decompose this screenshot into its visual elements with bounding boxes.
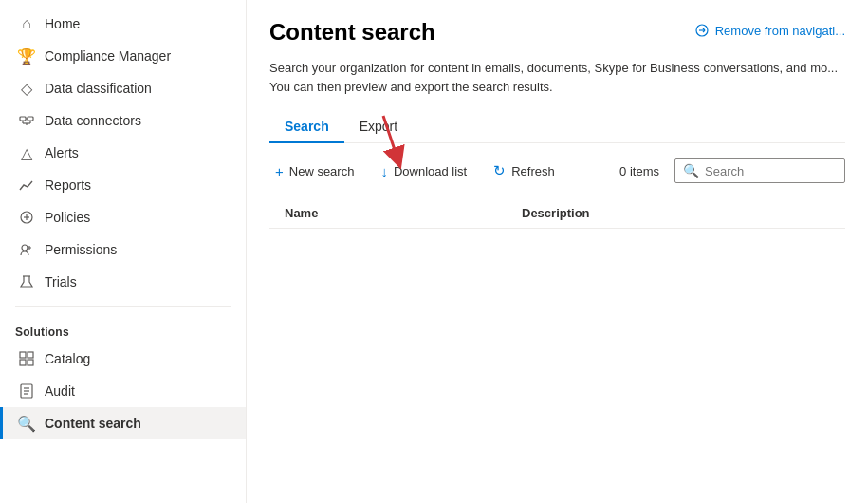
reports-icon — [18, 177, 35, 194]
page-title: Content search — [269, 19, 435, 46]
sidebar: ⌂ Home 🏆 Compliance Manager ◇ Data class… — [0, 0, 247, 503]
sidebar-item-label: Permissions — [45, 242, 117, 257]
refresh-icon: ↻ — [493, 162, 506, 179]
sidebar-item-label: Catalog — [45, 351, 90, 366]
sidebar-item-label: Data connectors — [45, 113, 141, 128]
alerts-icon: △ — [18, 144, 35, 161]
column-description-header: Description — [522, 206, 830, 220]
sidebar-item-alerts[interactable]: △ Alerts — [0, 137, 246, 169]
page-description: Search your organization for content in … — [269, 59, 845, 96]
compliance-manager-icon: 🏆 — [18, 47, 35, 65]
sidebar-item-home[interactable]: ⌂ Home — [0, 8, 246, 40]
remove-nav-text: Remove from navigati... — [715, 24, 845, 38]
toolbar: + New search ↓ Download list ↻ Refresh 0… — [269, 158, 845, 183]
sidebar-item-content-search[interactable]: 🔍 Content search ← — [0, 407, 246, 439]
refresh-button[interactable]: ↻ Refresh — [488, 158, 561, 183]
sidebar-item-label: Alerts — [45, 145, 79, 160]
main-header: Content search Remove from navigati... — [269, 19, 845, 51]
sidebar-item-data-connectors[interactable]: Data connectors — [0, 104, 246, 137]
sidebar-item-label: Policies — [45, 210, 90, 225]
sidebar-item-label: Trials — [45, 274, 77, 289]
sidebar-item-reports[interactable]: Reports — [0, 169, 246, 201]
tabs: Search Export — [269, 111, 845, 143]
tab-export[interactable]: Export — [344, 111, 413, 143]
sidebar-item-permissions[interactable]: Permissions — [0, 233, 246, 266]
solutions-section-label: Solutions — [0, 314, 246, 343]
sidebar-item-catalog[interactable]: Catalog — [0, 343, 246, 375]
trials-icon — [18, 273, 35, 290]
svg-rect-12 — [20, 352, 26, 358]
svg-rect-15 — [28, 360, 33, 365]
sidebar-item-compliance-manager[interactable]: 🏆 Compliance Manager — [0, 40, 246, 72]
sidebar-item-label: Content search — [45, 416, 141, 431]
search-input[interactable] — [705, 164, 837, 178]
table-header: Name Description — [269, 198, 845, 229]
search-box[interactable]: 🔍 — [674, 158, 845, 183]
sidebar-item-policies[interactable]: Policies — [0, 201, 246, 233]
new-search-button[interactable]: + New search — [269, 159, 360, 183]
download-list-button[interactable]: ↓ Download list — [375, 159, 472, 183]
permissions-icon — [18, 241, 35, 258]
column-name-header: Name — [285, 206, 522, 220]
content-search-icon: 🔍 — [18, 415, 35, 432]
policies-icon — [18, 209, 35, 226]
plus-icon: + — [275, 163, 284, 179]
data-connectors-icon — [18, 112, 35, 129]
svg-rect-14 — [20, 360, 26, 365]
svg-rect-1 — [28, 117, 33, 121]
main-content: Content search Remove from navigati... S… — [247, 0, 868, 503]
sidebar-item-label: Reports — [45, 177, 91, 193]
svg-rect-13 — [28, 352, 33, 358]
sidebar-item-label: Compliance Manager — [45, 48, 171, 64]
home-icon: ⌂ — [18, 15, 35, 32]
audit-icon — [18, 382, 35, 400]
svg-rect-0 — [20, 117, 26, 121]
svg-point-10 — [22, 245, 28, 251]
sidebar-item-label: Data classification — [45, 81, 152, 96]
search-box-icon: 🔍 — [683, 163, 699, 178]
sidebar-item-trials[interactable]: Trials — [0, 266, 246, 298]
sidebar-item-audit[interactable]: Audit — [0, 375, 246, 407]
data-classification-icon: ◇ — [18, 80, 35, 97]
items-count: 0 items — [619, 164, 659, 178]
sidebar-item-label: Audit — [45, 383, 75, 399]
sidebar-item-label: Home — [45, 16, 80, 31]
download-icon: ↓ — [380, 163, 388, 179]
tab-search[interactable]: Search — [269, 111, 344, 143]
catalog-icon — [18, 350, 35, 367]
sidebar-item-data-classification[interactable]: ◇ Data classification — [0, 72, 246, 104]
remove-nav-icon — [694, 23, 710, 38]
sidebar-divider — [15, 306, 231, 307]
remove-nav-link[interactable]: Remove from navigati... — [694, 23, 845, 38]
